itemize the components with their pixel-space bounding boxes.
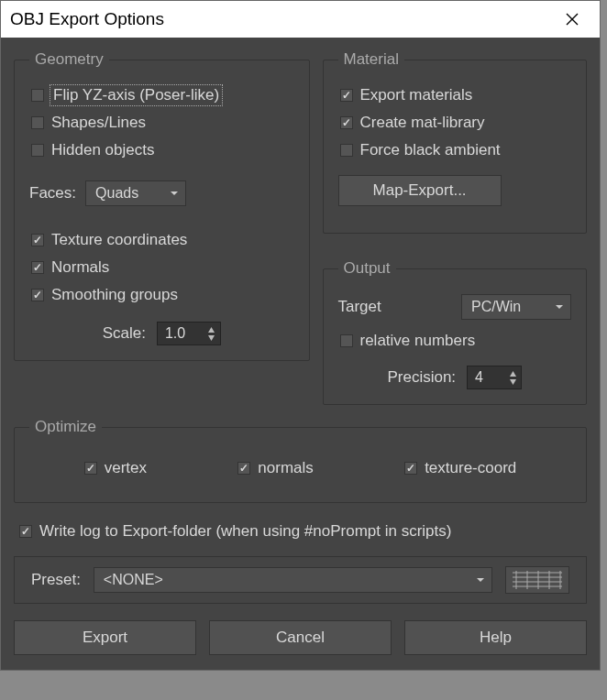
chevron-down-icon bbox=[556, 303, 563, 311]
checkbox-icon bbox=[237, 462, 250, 475]
checkbox-label: Force black ambient bbox=[360, 141, 501, 159]
export-materials-checkbox[interactable]: Export materials bbox=[338, 82, 572, 109]
relative-numbers-checkbox[interactable]: relative numbers bbox=[338, 327, 572, 355]
spinner-value: 1.0 bbox=[165, 325, 185, 342]
spinner-up-icon[interactable] bbox=[205, 325, 218, 334]
preset-label: Preset: bbox=[31, 571, 81, 589]
checkbox-icon bbox=[31, 234, 44, 246]
dropdown-value: PC/Win bbox=[471, 299, 521, 315]
export-button[interactable]: Export bbox=[14, 620, 196, 655]
optimize-legend: Optimize bbox=[29, 418, 102, 436]
shapes-lines-checkbox[interactable]: Shapes/Lines bbox=[29, 109, 294, 137]
checkbox-icon bbox=[340, 334, 353, 347]
texture-coords-checkbox[interactable]: Texture coordinates bbox=[29, 226, 294, 254]
checkbox-label: Create mat-library bbox=[360, 114, 485, 132]
checkbox-label: relative numbers bbox=[360, 332, 476, 350]
smoothing-groups-checkbox[interactable]: Smoothing groups bbox=[29, 281, 294, 309]
output-group: Output Target PC/Win relative numbers Pr… bbox=[323, 259, 588, 405]
checkbox-icon bbox=[340, 89, 353, 102]
checkbox-label: Flip YZ-axis (Poser-like) bbox=[51, 86, 221, 104]
checkbox-label: Write log to Export-folder (when using #… bbox=[39, 522, 451, 541]
checkbox-icon bbox=[404, 462, 417, 475]
scale-spinner[interactable]: 1.0 bbox=[157, 322, 221, 345]
preset-dropdown[interactable]: <NONE> bbox=[94, 567, 492, 593]
preset-grid-icon bbox=[511, 570, 564, 590]
faces-label: Faces: bbox=[29, 184, 76, 202]
checkbox-icon bbox=[31, 261, 44, 274]
checkbox-label: Smoothing groups bbox=[51, 286, 178, 304]
checkbox-icon bbox=[19, 525, 32, 538]
checkbox-label: texture-coord bbox=[425, 459, 516, 477]
dropdown-value: <NONE> bbox=[104, 572, 163, 588]
checkbox-label: Texture coordinates bbox=[51, 231, 187, 249]
target-label: Target bbox=[338, 298, 381, 316]
checkbox-icon bbox=[31, 289, 44, 301]
optimize-normals-checkbox[interactable]: normals bbox=[236, 454, 315, 482]
close-icon bbox=[566, 13, 579, 26]
dialog-window: OBJ Export Options Geometry Flip YZ-axis… bbox=[0, 0, 601, 671]
button-bar: Export Cancel Help bbox=[14, 620, 587, 655]
flip-yz-checkbox[interactable]: Flip YZ-axis (Poser-like) bbox=[29, 82, 294, 109]
checkbox-label: Hidden objects bbox=[51, 141, 154, 159]
spinner-down-icon[interactable] bbox=[506, 377, 519, 386]
faces-dropdown[interactable]: Quads bbox=[85, 180, 186, 206]
checkbox-label: Shapes/Lines bbox=[51, 114, 146, 132]
geometry-legend: Geometry bbox=[29, 50, 109, 69]
material-legend: Material bbox=[338, 50, 404, 69]
checkbox-label: normals bbox=[258, 459, 313, 477]
precision-label: Precision: bbox=[387, 368, 456, 387]
spinner-down-icon[interactable] bbox=[205, 334, 218, 342]
titlebar: OBJ Export Options bbox=[1, 1, 600, 38]
checkbox-label: Normals bbox=[51, 258, 109, 277]
checkbox-icon bbox=[31, 144, 44, 157]
optimize-vertex-checkbox[interactable]: vertex bbox=[83, 454, 149, 482]
checkbox-icon bbox=[340, 116, 353, 129]
spinner-value: 4 bbox=[475, 369, 483, 386]
scale-label: Scale: bbox=[103, 324, 146, 343]
preset-row: Preset: <NONE> bbox=[14, 556, 587, 604]
chevron-down-icon bbox=[171, 190, 178, 197]
spinner-up-icon[interactable] bbox=[506, 369, 519, 377]
create-mat-library-checkbox[interactable]: Create mat-library bbox=[338, 109, 572, 137]
precision-spinner[interactable]: 4 bbox=[467, 366, 522, 389]
checkbox-icon bbox=[340, 144, 353, 157]
chevron-down-icon bbox=[477, 576, 484, 584]
write-log-checkbox[interactable]: Write log to Export-folder (when using #… bbox=[17, 518, 583, 545]
optimize-group: Optimize vertex normals texture-coord bbox=[14, 418, 587, 503]
checkbox-icon bbox=[31, 116, 44, 129]
target-dropdown[interactable]: PC/Win bbox=[461, 294, 571, 320]
normals-checkbox[interactable]: Normals bbox=[29, 254, 294, 281]
optimize-texture-coord-checkbox[interactable]: texture-coord bbox=[403, 454, 518, 482]
checkbox-label: Export materials bbox=[360, 86, 473, 104]
checkbox-label: vertex bbox=[105, 459, 147, 477]
checkbox-icon bbox=[31, 89, 44, 102]
window-title: OBJ Export Options bbox=[10, 9, 164, 29]
force-black-ambient-checkbox[interactable]: Force black ambient bbox=[338, 137, 572, 164]
dropdown-value: Quads bbox=[95, 185, 138, 202]
geometry-group: Geometry Flip YZ-axis (Poser-like) Shape… bbox=[14, 50, 310, 361]
help-button[interactable]: Help bbox=[404, 620, 587, 655]
output-legend: Output bbox=[338, 259, 396, 278]
close-button[interactable] bbox=[554, 6, 590, 32]
dialog-body: Geometry Flip YZ-axis (Poser-like) Shape… bbox=[1, 38, 600, 670]
material-group: Material Export materials Create mat-lib… bbox=[323, 50, 588, 234]
preset-manager-button[interactable] bbox=[505, 566, 569, 594]
map-export-button[interactable]: Map-Export... bbox=[338, 175, 502, 206]
hidden-objects-checkbox[interactable]: Hidden objects bbox=[29, 137, 294, 164]
checkbox-icon bbox=[84, 462, 97, 475]
cancel-button[interactable]: Cancel bbox=[209, 620, 392, 655]
